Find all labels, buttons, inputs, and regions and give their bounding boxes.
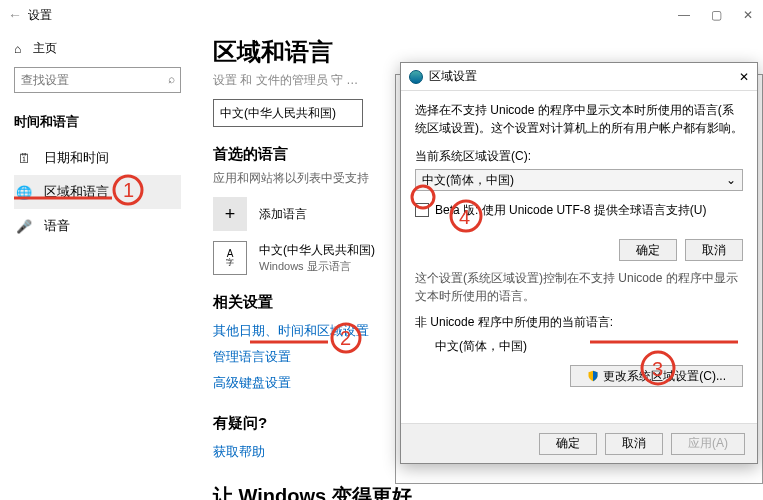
utf8-beta-checkbox[interactable] — [415, 203, 429, 217]
inner-ok-button[interactable]: 确定 — [619, 239, 677, 261]
plus-icon: + — [213, 197, 247, 231]
window-title: 设置 — [28, 7, 52, 24]
close-button[interactable]: ✕ — [741, 8, 755, 22]
shield-icon — [587, 370, 599, 382]
dialog-intro: 选择在不支持 Unicode 的程序中显示文本时所使用的语言(系统区域设置)。这… — [415, 101, 743, 137]
locale-value: 中文(简体，中国) — [422, 171, 514, 189]
language-glyph-icon: A字 — [213, 241, 247, 275]
locale-combobox[interactable]: 中文(简体，中国) ⌄ — [415, 169, 743, 191]
sidebar-item-speech[interactable]: 🎤 语音 — [14, 209, 181, 243]
dialog-ok-button[interactable]: 确定 — [539, 433, 597, 455]
dialog-mid-val: 中文(简体，中国) — [415, 331, 743, 365]
region-select[interactable]: 中文(中华人民共和国) — [213, 99, 363, 127]
back-icon[interactable]: ← — [8, 7, 22, 23]
sidebar-item-label: 语音 — [44, 217, 70, 235]
chevron-down-icon: ⌄ — [726, 171, 736, 189]
globe-icon — [409, 70, 423, 84]
home-icon: ⌂ — [14, 42, 21, 56]
home-link[interactable]: ⌂ 主页 — [14, 36, 181, 67]
sidebar-item-region-language[interactable]: 🌐 区域和语言 — [14, 175, 181, 209]
dialog-close-button[interactable]: ✕ — [739, 70, 749, 84]
region-select-value: 中文(中华人民共和国) — [220, 105, 336, 122]
maximize-button[interactable]: ▢ — [709, 8, 723, 22]
region-settings-dialog: 区域设置 ✕ 选择在不支持 Unicode 的程序中显示文本时所使用的语言(系统… — [400, 62, 758, 464]
language-sub: Windows 显示语言 — [259, 259, 375, 274]
dialog-mid1: 这个设置(系统区域设置)控制在不支持 Unicode 的程序中显示文本时所使用的… — [415, 269, 743, 305]
minimize-button[interactable]: ― — [677, 8, 691, 22]
calendar-icon: 🗓 — [16, 151, 32, 166]
make-windows-better: 让 Windows 变得更好 — [213, 483, 745, 500]
inner-cancel-button[interactable]: 取消 — [685, 239, 743, 261]
sidebar-item-date-time[interactable]: 🗓 日期和时间 — [14, 141, 181, 175]
search-icon: ⌕ — [168, 72, 175, 86]
sidebar-item-label: 日期和时间 — [44, 149, 109, 167]
dialog-apply-button: 应用(A) — [671, 433, 745, 455]
home-label: 主页 — [33, 40, 57, 57]
dialog-mid2: 非 Unicode 程序中所使用的当前语言: — [415, 313, 743, 331]
change-system-locale-label: 更改系统区域设置(C)... — [603, 367, 726, 385]
change-system-locale-button[interactable]: 更改系统区域设置(C)... — [570, 365, 743, 387]
sidebar-group-title: 时间和语言 — [14, 107, 181, 141]
add-language-label: 添加语言 — [259, 206, 307, 223]
mic-icon: 🎤 — [16, 219, 32, 234]
search-input[interactable] — [14, 67, 181, 93]
globe-letter-icon: 🌐 — [16, 185, 32, 200]
locale-label: 当前系统区域设置(C): — [415, 147, 743, 165]
dialog-title: 区域设置 — [429, 68, 477, 85]
dialog-cancel-button[interactable]: 取消 — [605, 433, 663, 455]
sidebar-item-label: 区域和语言 — [44, 183, 109, 201]
utf8-beta-label: Beta 版: 使用 Unicode UTF-8 提供全球语言支持(U) — [435, 201, 706, 219]
language-name: 中文(中华人民共和国) — [259, 242, 375, 259]
